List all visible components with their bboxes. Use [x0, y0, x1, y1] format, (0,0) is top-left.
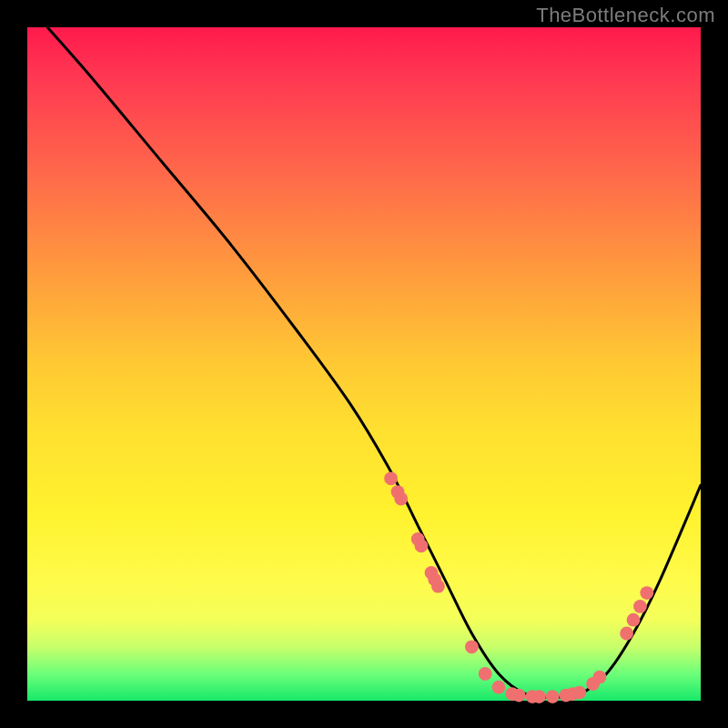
data-points	[384, 471, 653, 703]
bottleneck-curve	[47, 27, 701, 697]
data-point	[532, 690, 546, 703]
data-point	[415, 539, 429, 552]
data-point	[627, 613, 641, 627]
data-point	[512, 689, 526, 703]
data-point	[431, 580, 445, 593]
plot-area	[27, 27, 701, 701]
data-point	[465, 640, 479, 653]
data-point	[384, 471, 398, 485]
chart-frame: TheBottleneck.com	[0, 0, 728, 728]
data-point	[546, 690, 560, 703]
data-point	[394, 492, 408, 506]
data-point	[620, 627, 633, 641]
data-point	[593, 671, 607, 684]
data-point	[633, 600, 647, 613]
data-point	[572, 686, 586, 700]
chart-svg	[27, 27, 701, 701]
data-point	[479, 667, 492, 681]
watermark-text: TheBottleneck.com	[536, 4, 715, 27]
data-point	[492, 681, 506, 694]
data-point	[640, 586, 653, 600]
